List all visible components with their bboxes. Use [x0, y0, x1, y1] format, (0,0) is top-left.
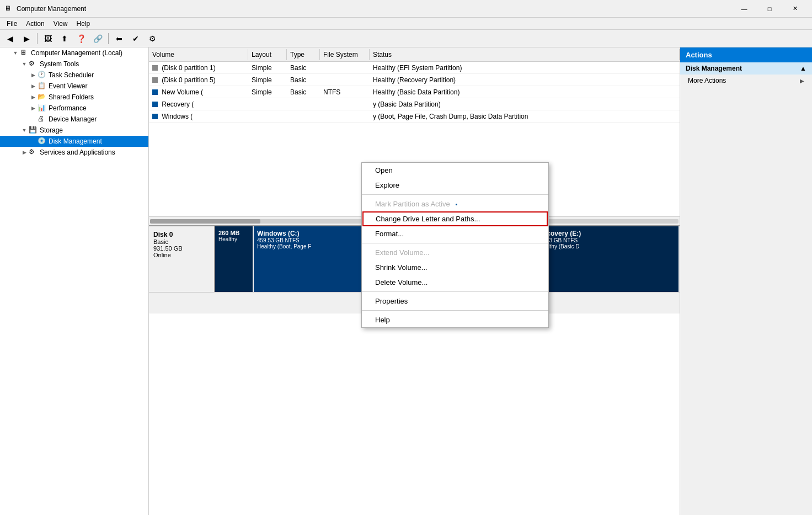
col-type[interactable]: Type — [287, 49, 320, 60]
cell-status-1: Healthy (Recovery Partition) — [370, 75, 680, 85]
cell-volume-2: New Volume ( — [149, 87, 248, 97]
cell-layout-4 — [248, 115, 287, 118]
menu-action[interactable]: Action — [22, 19, 49, 29]
disk-status: Online — [153, 252, 210, 258]
ctx-properties[interactable]: Properties — [362, 294, 548, 309]
system-tools-icon: ⚙ — [29, 60, 38, 68]
partition-1[interactable]: Windows (C:) 459.53 GB NTFS Healthy (Boo… — [254, 226, 375, 292]
tree-item-device-manager[interactable]: 🖨 Device Manager — [0, 114, 148, 125]
disk-label-0: Disk 0 Basic 931.50 GB Online — [149, 226, 215, 292]
expander-system-tools: ▼ — [20, 60, 29, 68]
scrollbar-thumb[interactable] — [150, 219, 260, 224]
expander-storage: ▼ — [20, 126, 29, 135]
tree-item-disk-management[interactable]: 💿 Disk Management — [0, 136, 148, 147]
left-panel: ▼ 🖥 Computer Management (Local) ▼ ⚙ Syst… — [0, 47, 149, 515]
expander-disk-management — [29, 137, 38, 146]
cell-layout-1: Simple — [248, 75, 287, 85]
app-icon: 🖥 — [4, 4, 13, 13]
partition-name-1: Windows (C:) — [257, 230, 371, 237]
table-row[interactable]: (Disk 0 partition 5) Simple Basic Health… — [149, 74, 680, 86]
cell-fs-4 — [320, 115, 370, 118]
table-row[interactable]: (Disk 0 partition 1) Simple Basic Health… — [149, 62, 680, 74]
ctx-shrink-volume[interactable]: Shrink Volume... — [362, 260, 548, 275]
table-row[interactable]: Recovery ( y (Basic Data Partition) — [149, 98, 680, 110]
table-header: Volume Layout Type File System Status — [149, 47, 680, 62]
table-row[interactable]: New Volume ( Simple Basic NTFS Healthy (… — [149, 86, 680, 98]
ctx-open[interactable]: Open — [362, 163, 548, 178]
window-controls: — □ ✕ — [731, 0, 808, 18]
cell-volume-1: (Disk 0 partition 5) — [149, 75, 248, 85]
cell-status-4: y (Boot, Page File, Crash Dump, Basic Da… — [370, 112, 680, 121]
ctx-explore[interactable]: Explore — [362, 178, 548, 193]
device-manager-icon: 🖨 — [38, 115, 46, 124]
context-menu: Open Explore Mark Partition as Active • … — [361, 162, 549, 328]
ctx-format[interactable]: Format... — [362, 226, 548, 241]
tree-label-task-scheduler: Task Scheduler — [49, 71, 94, 79]
tree-item-storage[interactable]: ▼ 💾 Storage — [0, 125, 148, 136]
prev-button[interactable]: ⬅ — [111, 32, 127, 45]
tree-label-performance: Performance — [49, 104, 87, 112]
ctx-change-drive-letter[interactable]: Change Drive Letter and Paths... — [362, 211, 548, 226]
properties-button[interactable]: ⚙ — [145, 32, 160, 45]
cell-fs-0 — [320, 67, 370, 69]
cell-layout-2: Simple — [248, 87, 287, 97]
tree-label-event-viewer: Event Viewer — [49, 82, 87, 90]
partition-name-0: 260 MB — [218, 230, 249, 236]
main-layout: ▼ 🖥 Computer Management (Local) ▼ ⚙ Syst… — [0, 47, 812, 515]
tree-label-disk-management: Disk Management — [49, 137, 102, 145]
action-group-label: Disk Management — [686, 65, 742, 72]
ctx-help[interactable]: Help — [362, 312, 548, 327]
tree-label-shared-folders: Shared Folders — [49, 93, 94, 101]
cell-fs-2: NTFS — [320, 87, 370, 97]
col-volume[interactable]: Volume — [149, 49, 248, 60]
connect-button[interactable]: 🔗 — [90, 32, 105, 45]
expander-icon: ▼ — [11, 49, 20, 57]
help-button[interactable]: ❓ — [73, 32, 89, 45]
tree-item-event-viewer[interactable]: ▶ 📋 Event Viewer — [0, 81, 148, 92]
minimize-button[interactable]: — — [731, 0, 757, 18]
tree-item-shared-folders[interactable]: ▶ 📂 Shared Folders — [0, 92, 148, 103]
services-applications-icon: ⚙ — [29, 148, 38, 157]
tree-item-computer-management[interactable]: ▼ 🖥 Computer Management (Local) — [0, 47, 148, 59]
menu-help[interactable]: Help — [72, 19, 95, 29]
cell-status-3: y (Basic Data Partition) — [370, 99, 680, 109]
ctx-extend-volume: Extend Volume... — [362, 245, 548, 260]
action-more-actions[interactable]: More Actions ▶ — [680, 75, 812, 87]
cell-volume-0: (Disk 0 partition 1) — [149, 63, 248, 73]
event-viewer-icon: 📋 — [38, 82, 46, 91]
check-button[interactable]: ✔ — [128, 32, 143, 45]
menu-view[interactable]: View — [49, 19, 72, 29]
menubar: File Action View Help — [0, 18, 812, 30]
tree-item-system-tools[interactable]: ▼ ⚙ System Tools — [0, 59, 148, 70]
ctx-delete-volume[interactable]: Delete Volume... — [362, 275, 548, 290]
tree-label-storage: Storage — [40, 126, 63, 134]
cell-volume-4: Windows ( — [149, 112, 248, 121]
col-filesystem[interactable]: File System — [320, 49, 370, 60]
table-row[interactable]: Windows ( y (Boot, Page File, Crash Dump… — [149, 110, 680, 123]
back-button[interactable]: ◀ — [2, 32, 18, 45]
cell-type-1: Basic — [287, 75, 320, 85]
titlebar: 🖥 Computer Management — □ ✕ — [0, 0, 812, 18]
close-button[interactable]: ✕ — [782, 0, 808, 18]
tree-item-task-scheduler[interactable]: ▶ 🕐 Task Scheduler — [0, 70, 148, 81]
partition-4[interactable]: Recovery (E:) 15.13 GB NTFS Healthy (Bas… — [535, 226, 680, 292]
cell-status-0: Healthy (EFI System Partition) — [370, 63, 680, 73]
maximize-button[interactable]: □ — [757, 0, 782, 18]
cell-type-3 — [287, 103, 320, 105]
action-group-disk-management[interactable]: Disk Management ▲ — [680, 62, 812, 75]
col-status[interactable]: Status — [370, 49, 680, 60]
ctx-separator-1 — [362, 194, 548, 195]
disk-management-icon: 💿 — [38, 137, 46, 146]
menu-file[interactable]: File — [2, 19, 22, 29]
ctx-separator-4 — [362, 310, 548, 311]
show-desktop-button[interactable]: 🖼 — [40, 32, 56, 45]
partition-0[interactable]: 260 MB Healthy — [215, 226, 254, 292]
forward-button[interactable]: ▶ — [19, 32, 34, 45]
col-layout[interactable]: Layout — [248, 49, 287, 60]
expander-event-viewer: ▶ — [29, 82, 38, 91]
tree-item-services-applications[interactable]: ▶ ⚙ Services and Applications — [0, 147, 148, 158]
partition-sub2-1: Healthy (Boot, Page F — [257, 243, 371, 249]
cell-status-2: Healthy (Basic Data Partition) — [370, 87, 680, 97]
up-button[interactable]: ⬆ — [57, 32, 72, 45]
tree-item-performance[interactable]: ▶ 📊 Performance — [0, 103, 148, 114]
